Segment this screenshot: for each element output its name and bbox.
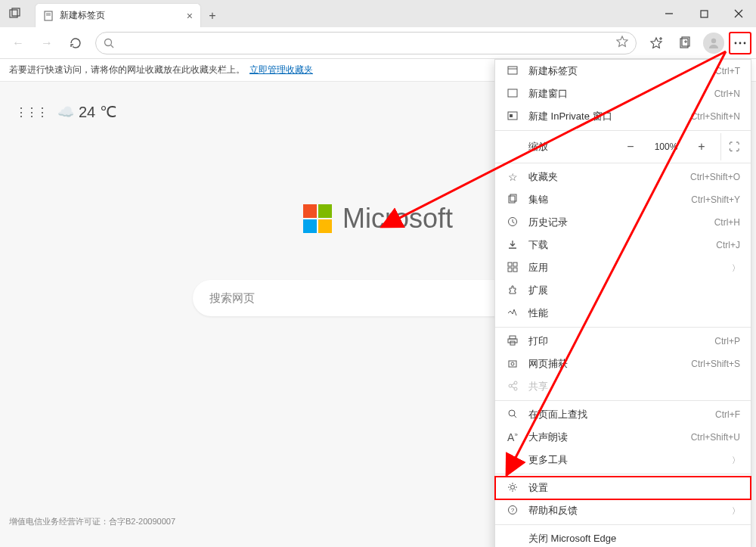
titlebar: 新建标签页 × +	[0, 0, 756, 27]
svg-point-19	[739, 42, 742, 44]
new-tab-button[interactable]: +	[201, 5, 224, 27]
menu-apps[interactable]: 应用 〉	[495, 256, 751, 279]
tab-actions-icon	[9, 8, 21, 20]
forward-button: →	[33, 30, 60, 57]
zoom-out-button[interactable]: −	[621, 140, 640, 154]
chevron-right-icon: 〉	[732, 263, 740, 274]
menu-extensions[interactable]: 扩展	[495, 279, 751, 302]
brand-text: Microsoft	[342, 203, 453, 235]
performance-icon	[506, 307, 519, 320]
favorites-button[interactable]	[643, 30, 670, 57]
svg-line-44	[514, 415, 516, 418]
close-window-button[interactable]	[721, 0, 756, 27]
maximize-button[interactable]	[686, 0, 721, 27]
svg-line-41	[512, 384, 515, 385]
menu-collections[interactable]: 集锦 Ctrl+Shift+Y	[495, 188, 751, 211]
microsoft-logo-icon	[303, 204, 332, 233]
svg-line-10	[111, 45, 114, 48]
menu-downloads[interactable]: 下载 Ctrl+J	[495, 234, 751, 256]
favorite-star-button[interactable]	[616, 36, 628, 51]
svg-point-18	[735, 42, 737, 44]
collections-icon	[506, 194, 519, 207]
svg-rect-26	[509, 196, 515, 203]
svg-rect-36	[509, 361, 516, 367]
svg-rect-33	[510, 336, 516, 339]
svg-rect-25	[510, 114, 513, 117]
svg-rect-21	[508, 67, 517, 74]
apps-icon	[506, 262, 519, 275]
svg-point-43	[509, 410, 515, 416]
svg-rect-29	[508, 263, 512, 266]
more-icon	[734, 42, 746, 45]
minimize-button[interactable]	[652, 0, 686, 27]
window-controls	[652, 0, 756, 27]
menu-find[interactable]: 在页面上查找 Ctrl+F	[495, 403, 751, 426]
avatar-icon	[707, 36, 720, 50]
address-bar: ← →	[0, 27, 756, 59]
help-icon: ?	[506, 505, 519, 517]
menu-print[interactable]: 打印 Ctrl+P	[495, 330, 751, 353]
zoom-in-button[interactable]: +	[692, 140, 711, 154]
svg-rect-2	[45, 11, 52, 20]
menu-more-tools[interactable]: 更多工具 〉	[495, 449, 751, 471]
refresh-icon	[70, 37, 82, 49]
svg-rect-32	[513, 268, 517, 272]
settings-menu: 新建标签页 Ctrl+T 新建窗口 Ctrl+N 新建 InPrivate 窗口…	[494, 59, 751, 547]
profile-button[interactable]	[700, 30, 727, 57]
find-icon	[506, 409, 519, 421]
menu-read-aloud[interactable]: A» 大声朗读 Ctrl+Shift+U	[495, 426, 751, 449]
menu-new-tab[interactable]: 新建标签页 Ctrl+T	[495, 60, 751, 82]
collections-button[interactable]	[671, 30, 699, 57]
svg-rect-23	[508, 89, 517, 97]
refresh-button[interactable]	[62, 30, 89, 57]
menu-performance[interactable]: 性能	[495, 302, 751, 325]
zoom-value: 100%	[649, 141, 683, 152]
cloud-icon: ☁️	[57, 104, 74, 120]
manage-bookmarks-link[interactable]: 立即管理收藏夹	[249, 64, 313, 76]
download-icon	[506, 239, 519, 252]
svg-point-37	[511, 362, 514, 365]
more-button[interactable]	[729, 32, 751, 54]
menu-favorites[interactable]: ☆ 收藏夹 Ctrl+Shift+O	[495, 166, 751, 188]
menu-share: 共享	[495, 375, 751, 398]
extensions-icon	[506, 284, 519, 297]
browser-tab[interactable]: 新建标签页 ×	[35, 3, 201, 27]
menu-history[interactable]: 历史记录 Ctrl+H	[495, 211, 751, 234]
svg-point-9	[105, 39, 112, 45]
svg-rect-6	[701, 11, 708, 17]
read-aloud-icon: A»	[506, 431, 519, 443]
chevron-right-icon: 〉	[732, 505, 740, 517]
apps-grid-button[interactable]: ⋮⋮⋮	[15, 105, 47, 120]
search-icon	[104, 38, 114, 48]
new-tab-icon	[506, 65, 519, 78]
temperature: 24 ℃	[79, 103, 116, 121]
svg-point-45	[511, 485, 515, 489]
menu-help[interactable]: ? 帮助和反馈 〉	[495, 499, 751, 522]
inprivate-icon	[506, 110, 519, 123]
menu-capture[interactable]: 网页捕获 Ctrl+Shift+S	[495, 353, 751, 375]
history-icon	[506, 216, 519, 229]
svg-rect-27	[510, 194, 516, 201]
bookmarks-hint: 若要进行快速访问，请将你的网址收藏放在此收藏夹栏上。	[9, 64, 245, 76]
url-input[interactable]	[95, 32, 637, 54]
menu-new-window[interactable]: 新建窗口 Ctrl+N	[495, 82, 751, 105]
menu-close-edge[interactable]: 关闭 Microsoft Edge	[495, 527, 751, 547]
menu-settings[interactable]: 设置	[495, 477, 751, 499]
gear-icon	[506, 482, 519, 495]
svg-point-17	[711, 38, 716, 42]
svg-line-42	[512, 387, 515, 388]
capture-icon	[506, 358, 519, 371]
tab-title: 新建标签页	[60, 9, 105, 22]
tab-actions-button[interactable]	[0, 0, 30, 27]
menu-new-inprivate[interactable]: 新建 InPrivate 窗口 Ctrl+Shift+N	[495, 105, 751, 128]
footer-license: 增值电信业务经营许可证：合字B2-20090007	[9, 516, 175, 527]
fullscreen-button[interactable]: ⛶	[720, 133, 740, 160]
svg-rect-31	[508, 268, 512, 272]
svg-point-20	[744, 42, 746, 44]
page-icon	[43, 11, 54, 21]
tab-close-button[interactable]: ×	[187, 10, 193, 22]
weather-widget[interactable]: ☁️ 24 ℃	[57, 103, 116, 121]
svg-text:?: ?	[511, 507, 515, 514]
new-window-icon	[506, 88, 519, 101]
star-icon: ☆	[506, 171, 519, 183]
